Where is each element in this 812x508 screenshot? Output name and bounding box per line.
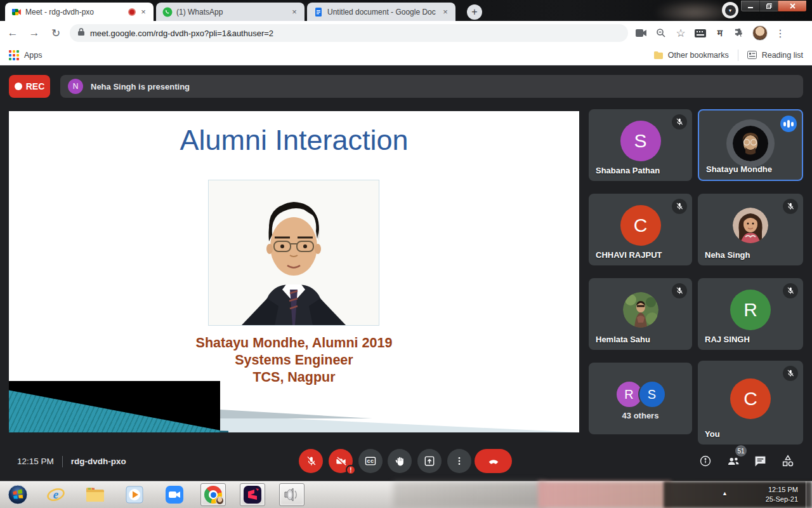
participant-tile-neha-singh[interactable]: Neha Singh bbox=[698, 194, 803, 265]
internet-explorer-icon[interactable]: e bbox=[43, 483, 69, 506]
media-controls-button[interactable]: ▼ bbox=[722, 2, 738, 18]
participant-name: Neha Singh bbox=[705, 250, 750, 260]
windows-taskbar: e ▲ 12:15 PM 25-Sep-21 bbox=[0, 481, 812, 508]
camera-muted-button[interactable]: ! bbox=[329, 449, 353, 473]
taskbar-glass-blur bbox=[538, 481, 671, 508]
video-app-taskbar-button[interactable] bbox=[240, 483, 265, 506]
reload-button[interactable]: ↻ bbox=[47, 24, 65, 42]
show-desktop-button[interactable] bbox=[806, 481, 812, 508]
tab-close-icon[interactable]: × bbox=[289, 7, 299, 17]
restore-button[interactable] bbox=[759, 1, 778, 11]
mic-off-icon bbox=[672, 283, 687, 298]
file-explorer-icon[interactable] bbox=[82, 483, 108, 506]
presentation-slide[interactable]: Alumni Interaction bbox=[9, 111, 579, 432]
participants-button[interactable]: 51 bbox=[723, 450, 744, 472]
tab-recording-indicator bbox=[128, 8, 136, 16]
bookmarks-bar: Apps Other bookmarks Reading list bbox=[0, 45, 812, 65]
present-now-button[interactable] bbox=[417, 449, 442, 473]
apps-grid-icon[interactable] bbox=[9, 50, 19, 60]
window-controls bbox=[740, 0, 807, 12]
microphone-muted-button[interactable] bbox=[299, 449, 323, 473]
new-tab-button[interactable]: + bbox=[467, 4, 482, 20]
browser-menu-kebab-icon[interactable]: ⋮ bbox=[773, 26, 787, 40]
minimize-button[interactable] bbox=[741, 1, 759, 11]
whatsapp-icon bbox=[162, 7, 173, 17]
address-bar[interactable]: meet.google.com/rdg-dvdh-pxo?pli=1&authu… bbox=[70, 24, 628, 42]
slide-title: Alumni Interaction bbox=[9, 124, 579, 157]
captions-button[interactable]: cc bbox=[358, 449, 383, 473]
presenting-text: Neha Singh is presenting bbox=[91, 82, 190, 91]
apps-bookmark-label[interactable]: Apps bbox=[24, 51, 43, 60]
avatar: S bbox=[638, 380, 666, 408]
toolbar-icons: ☆ म ⋮ bbox=[634, 25, 787, 41]
info-icon bbox=[699, 455, 712, 467]
bookmark-star-icon[interactable]: ☆ bbox=[674, 26, 688, 40]
tab-close-icon[interactable]: × bbox=[138, 7, 148, 17]
start-button[interactable] bbox=[5, 483, 30, 506]
tab-close-icon[interactable]: × bbox=[440, 7, 450, 17]
meeting-code: rdg-dvdh-pxo bbox=[71, 457, 126, 466]
other-bookmarks-label[interactable]: Other bookmarks bbox=[668, 51, 729, 60]
tab-meet[interactable]: Meet - rdg-dvdh-pxo × bbox=[5, 3, 154, 21]
participant-tile-shabana-pathan[interactable]: S Shabana Pathan bbox=[589, 109, 692, 181]
slide-captions: Shatayu Mondhe, Alumni 2019 Systems Engi… bbox=[9, 335, 579, 386]
participant-tile-others[interactable]: R S 43 others bbox=[589, 363, 692, 434]
taskbar-clock[interactable]: 12:15 PM 25-Sep-21 bbox=[766, 485, 798, 504]
hindi-input-extension-icon[interactable]: म bbox=[713, 26, 727, 40]
divider bbox=[738, 50, 738, 61]
presenting-banner: N Neha Singh is presenting bbox=[60, 75, 803, 98]
activities-button[interactable] bbox=[777, 450, 799, 472]
recording-label: REC bbox=[26, 81, 45, 91]
mic-off-icon bbox=[672, 199, 687, 214]
participant-tile-shatayu-mondhe[interactable]: Shatayu Mondhe bbox=[698, 109, 803, 181]
tab-whatsapp[interactable]: (1) WhatsApp × bbox=[156, 3, 304, 21]
zoom-app-icon[interactable] bbox=[162, 483, 187, 506]
back-button[interactable]: ← bbox=[4, 24, 22, 42]
avatar: C bbox=[730, 378, 771, 419]
meeting-info: 12:15 PM rdg-dvdh-pxo bbox=[17, 441, 126, 481]
participant-tile-you[interactable]: C You bbox=[698, 361, 803, 444]
media-player-icon[interactable] bbox=[122, 483, 147, 506]
mic-off-icon bbox=[783, 283, 798, 298]
tab-google-docs[interactable]: Untitled document - Google Doc × bbox=[307, 3, 455, 21]
avatar-photo bbox=[623, 292, 658, 328]
speaker-icon bbox=[283, 486, 301, 503]
present-screen-icon bbox=[423, 455, 436, 467]
chat-button[interactable] bbox=[749, 450, 771, 472]
participant-tile-raj-singh[interactable]: R RAJ SINGH bbox=[698, 278, 803, 350]
google-meet-page: REC N Neha Singh is presenting Alumni In… bbox=[0, 65, 812, 481]
raise-hand-button[interactable] bbox=[388, 449, 412, 473]
participant-tile-chhavi-rajput[interactable]: C CHHAVI RAJPUT bbox=[589, 194, 692, 265]
input-tools-keyboard-icon[interactable] bbox=[693, 26, 707, 40]
zoom-icon[interactable] bbox=[654, 26, 668, 40]
reading-list-label[interactable]: Reading list bbox=[762, 51, 803, 60]
chrome-taskbar-button[interactable] bbox=[200, 483, 226, 506]
camera-allowed-icon[interactable] bbox=[634, 26, 648, 40]
reading-list-icon bbox=[747, 51, 757, 59]
tray-expand-icon[interactable]: ▲ bbox=[722, 490, 728, 497]
meet-control-bar: 12:15 PM rdg-dvdh-pxo ! cc bbox=[0, 441, 812, 481]
avatar: S bbox=[620, 121, 661, 161]
google-meet-icon bbox=[11, 7, 22, 17]
participant-name: You bbox=[705, 429, 720, 439]
google-docs-icon bbox=[313, 7, 324, 17]
more-options-button[interactable] bbox=[447, 449, 471, 473]
forward-button[interactable]: → bbox=[25, 24, 43, 42]
taskbar-glass-blur bbox=[393, 481, 546, 508]
participant-name: RAJ SINGH bbox=[705, 335, 750, 344]
end-call-button[interactable] bbox=[475, 449, 512, 473]
volume-mixer-button[interactable] bbox=[279, 483, 304, 506]
raise-hand-icon bbox=[394, 455, 406, 467]
caption-line: Shatayu Mondhe, Alumni 2019 bbox=[9, 335, 579, 352]
extensions-puzzle-icon[interactable] bbox=[733, 26, 747, 40]
participant-tile-hemlata-sahu[interactable]: Hemlata Sahu bbox=[589, 278, 692, 350]
browser-toolbar: ← → ↻ meet.google.com/rdg-dvdh-pxo?pli=1… bbox=[0, 21, 812, 45]
participant-name: Shabana Pathan bbox=[596, 166, 660, 175]
close-button[interactable] bbox=[778, 1, 806, 11]
activities-icon bbox=[781, 454, 795, 468]
participant-name: Hemlata Sahu bbox=[596, 335, 650, 344]
profile-avatar[interactable] bbox=[752, 25, 768, 41]
svg-text:e: e bbox=[53, 488, 59, 501]
participant-name: CHHAVI RAJPUT bbox=[596, 250, 662, 260]
meeting-details-button[interactable] bbox=[695, 450, 716, 472]
